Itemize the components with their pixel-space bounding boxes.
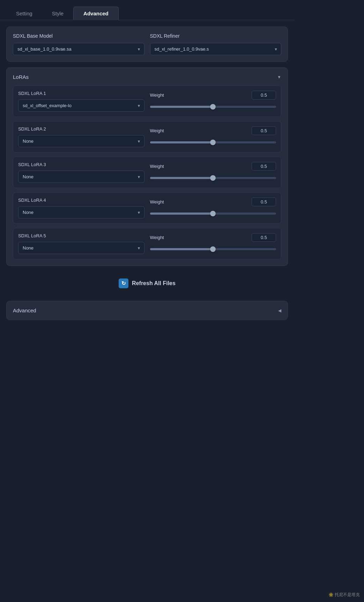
refiner-select-wrapper: sd_xl_refiner_1.0_0.9vae.s ▼: [150, 43, 282, 55]
lora-select-5[interactable]: None: [18, 242, 144, 254]
refresh-row: ↻ Refresh All Files: [6, 272, 288, 295]
weight-input-5[interactable]: [252, 233, 276, 242]
refresh-icon: ↻: [119, 278, 128, 288]
weight-label-5: Weight: [150, 235, 164, 240]
weight-row-3: Weight: [150, 162, 276, 171]
weight-input-1[interactable]: [252, 91, 276, 99]
weight-slider-3[interactable]: [150, 177, 276, 179]
refiner-select[interactable]: sd_xl_refiner_1.0_0.9vae.s: [150, 43, 282, 55]
weight-row-2: Weight: [150, 126, 276, 135]
lora-left-4: SDXL LoRA 4 None ▼: [18, 198, 144, 218]
weight-input-4[interactable]: [252, 198, 276, 206]
lora-item-3: SDXL LoRA 3 None ▼ Weight: [13, 157, 281, 188]
base-model-select-wrapper: sd_xl_base_1.0_0.9vae.sa ▼: [13, 43, 144, 55]
model-panel: SDXL Base Model sd_xl_base_1.0_0.9vae.sa…: [6, 27, 288, 62]
lora-select-wrapper-3: None ▼: [18, 171, 144, 183]
lora-select-wrapper-4: None ▼: [18, 206, 144, 218]
main-content: SDXL Base Model sd_xl_base_1.0_0.9vae.sa…: [0, 20, 294, 326]
weight-slider-5[interactable]: [150, 248, 276, 250]
lora-label-1: SDXL LoRA 1: [18, 91, 144, 96]
advanced-panel-chevron-icon: ◀: [278, 308, 281, 313]
lora-left-5: SDXL LoRA 5 None ▼: [18, 233, 144, 254]
base-model-select[interactable]: sd_xl_base_1.0_0.9vae.sa: [13, 43, 144, 55]
lora-left-2: SDXL LoRA 2 None ▼: [18, 126, 144, 147]
lora-right-5: Weight: [150, 233, 276, 252]
lora-right-3: Weight: [150, 162, 276, 180]
lora-item-1: SDXL LoRA 1 sd_xl_offset_example-lo ▼ We…: [13, 86, 281, 117]
lora-select-wrapper-5: None ▼: [18, 242, 144, 254]
loras-header[interactable]: LoRAs ▼: [13, 74, 281, 80]
refresh-all-files-button[interactable]: ↻ Refresh All Files: [112, 276, 182, 291]
weight-row-1: Weight: [150, 91, 276, 99]
lora-right-1: Weight: [150, 91, 276, 109]
lora-label-3: SDXL LoRA 3: [18, 162, 144, 167]
refiner-label: SDXL Refiner: [150, 33, 282, 39]
weight-input-3[interactable]: [252, 162, 276, 171]
lora-label-5: SDXL LoRA 5: [18, 233, 144, 238]
lora-select-2[interactable]: None: [18, 135, 144, 147]
weight-label-4: Weight: [150, 199, 164, 205]
refresh-label: Refresh All Files: [132, 280, 176, 287]
base-model-col: SDXL Base Model sd_xl_base_1.0_0.9vae.sa…: [13, 33, 144, 55]
lora-left-1: SDXL LoRA 1 sd_xl_offset_example-lo ▼: [18, 91, 144, 112]
model-row: SDXL Base Model sd_xl_base_1.0_0.9vae.sa…: [13, 33, 281, 55]
tab-advanced[interactable]: Advanced: [73, 7, 119, 20]
weight-input-2[interactable]: [252, 126, 276, 135]
weight-label-3: Weight: [150, 164, 164, 169]
lora-right-4: Weight: [150, 198, 276, 216]
weight-label-2: Weight: [150, 128, 164, 133]
lora-item-2: SDXL LoRA 2 None ▼ Weight: [13, 121, 281, 153]
base-model-label: SDXL Base Model: [13, 33, 144, 39]
lora-left-3: SDXL LoRA 3 None ▼: [18, 162, 144, 183]
weight-slider-2[interactable]: [150, 141, 276, 143]
tab-bar: Setting Style Advanced: [0, 0, 294, 20]
loras-chevron-icon: ▼: [277, 75, 281, 80]
weight-slider-4[interactable]: [150, 213, 276, 215]
weight-row-4: Weight: [150, 198, 276, 206]
weight-row-5: Weight: [150, 233, 276, 242]
lora-select-4[interactable]: None: [18, 206, 144, 218]
lora-select-1[interactable]: sd_xl_offset_example-lo: [18, 99, 144, 112]
lora-label-2: SDXL LoRA 2: [18, 126, 144, 132]
lora-item-5: SDXL LoRA 5 None ▼ Weight: [13, 228, 281, 259]
loras-title: LoRAs: [13, 74, 29, 80]
tab-setting[interactable]: Setting: [6, 7, 42, 20]
lora-select-wrapper-1: sd_xl_offset_example-lo ▼: [18, 99, 144, 112]
weight-slider-1[interactable]: [150, 106, 276, 108]
advanced-collapsed-panel[interactable]: Advanced ◀: [6, 301, 288, 320]
tab-style[interactable]: Style: [42, 7, 73, 20]
refiner-col: SDXL Refiner sd_xl_refiner_1.0_0.9vae.s …: [150, 33, 282, 55]
lora-label-4: SDXL LoRA 4: [18, 198, 144, 203]
lora-item-4: SDXL LoRA 4 None ▼ Weight: [13, 192, 281, 224]
lora-select-3[interactable]: None: [18, 171, 144, 183]
loras-panel: LoRAs ▼ SDXL LoRA 1 sd_xl_offset_example…: [6, 67, 288, 266]
lora-right-2: Weight: [150, 126, 276, 145]
weight-label-1: Weight: [150, 92, 164, 98]
lora-select-wrapper-2: None ▼: [18, 135, 144, 147]
advanced-panel-label: Advanced: [13, 307, 36, 313]
